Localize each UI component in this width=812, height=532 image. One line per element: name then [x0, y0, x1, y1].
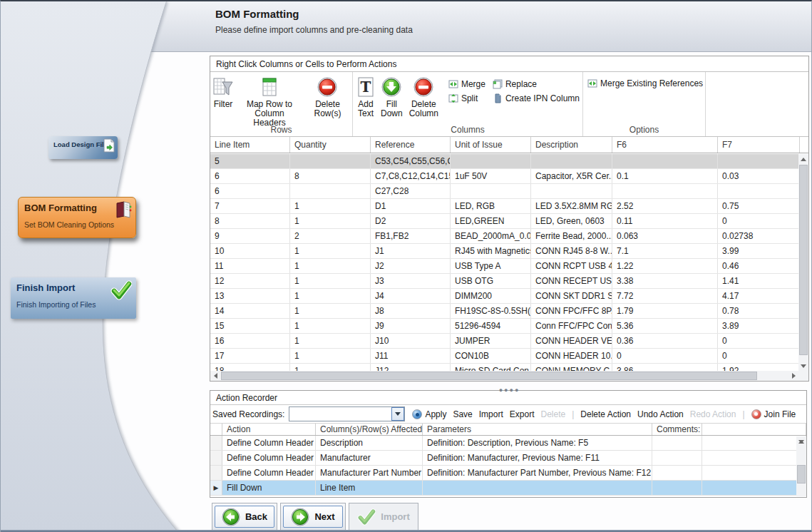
table-cell[interactable]: CONN RJ45 8-8 W... — [531, 244, 612, 258]
action-row[interactable]: Define Column HeaderManufacturerDefiniti… — [210, 451, 806, 466]
action-table-scrollbar[interactable] — [796, 436, 806, 496]
table-cell[interactable]: 0 — [718, 334, 798, 348]
table-cell[interactable]: LED, RGB — [451, 199, 531, 213]
merge-existing-references-button[interactable]: Merge Existing References — [587, 78, 703, 88]
row-selector[interactable] — [210, 466, 222, 480]
split-button[interactable]: Split — [448, 93, 485, 103]
table-cell[interactable]: 1 — [290, 349, 371, 363]
table-row[interactable]: 111J2USB Type ACONN RCPT USB 4...1.220.4… — [210, 259, 798, 274]
column-header-f7[interactable]: F7 — [718, 137, 800, 153]
table-cell[interactable]: D2 — [371, 214, 451, 228]
table-cell[interactable]: CON10B — [451, 349, 531, 363]
table-row[interactable]: 68C7,C8,C12,C14,C15,...1uF 50VCapacitor,… — [210, 169, 798, 184]
table-cell[interactable]: Capacitor, X5R Cer... — [531, 169, 612, 183]
table-cell[interactable] — [451, 184, 531, 198]
filter-button[interactable]: Filter — [210, 75, 236, 111]
scroll-right-arrow[interactable] — [788, 371, 798, 381]
table-cell[interactable]: 1 — [290, 334, 371, 348]
table-cell[interactable]: 3.99 — [718, 244, 798, 258]
table-cell[interactable]: LED 3.5X2.8MM RG... — [531, 199, 612, 213]
table-cell[interactable]: RJ45 with Magnetics — [451, 244, 531, 258]
table-cell[interactable]: 2.52 — [612, 199, 718, 213]
splitter-handle[interactable]: ●●●● — [210, 382, 809, 389]
table-cell[interactable]: 16 — [210, 334, 290, 348]
wizard-step-bom-formatting[interactable]: BOM Formatting Set BOM Cleaning Options — [18, 197, 136, 238]
action-cell[interactable]: Definition: Description, Previous Name: … — [423, 436, 652, 450]
table-cell[interactable]: 1.22 — [612, 259, 718, 273]
chevron-down-icon[interactable] — [391, 407, 404, 421]
table-cell[interactable]: 1 — [290, 199, 371, 213]
action-cell[interactable]: Line Item — [316, 481, 423, 495]
table-cell[interactable]: 5 — [210, 154, 290, 168]
delete-rows-button[interactable]: Delete Row(s) — [303, 75, 352, 120]
table-cell[interactable] — [290, 184, 371, 198]
table-cell[interactable]: 1 — [290, 259, 371, 273]
wizard-step-finish-import[interactable]: Finish Import Finish Importing of Files — [11, 277, 136, 319]
import-button[interactable]: Import — [349, 503, 418, 531]
table-row[interactable]: 81D2LED,GREENLED, Green, 06030.110 — [210, 214, 798, 229]
table-cell[interactable]: 8 — [210, 214, 290, 228]
action-cell[interactable]: Manufacturer — [316, 451, 423, 465]
save-link[interactable]: Save — [453, 409, 472, 419]
table-cell[interactable]: 1 — [290, 289, 371, 303]
table-cell[interactable] — [612, 154, 718, 168]
join-file-link[interactable]: Join File — [751, 409, 796, 419]
table-cell[interactable]: 0.063 — [612, 229, 718, 243]
table-cell[interactable] — [612, 184, 718, 198]
column-header-column-s-row-s-affected[interactable]: Column(s)/Row(s) Affected — [316, 424, 423, 435]
column-header-reference[interactable]: Reference — [371, 137, 451, 153]
table-cell[interactable]: 1 — [290, 319, 371, 333]
column-header-line-item[interactable]: Line Item — [210, 137, 290, 153]
table-cell[interactable]: CONN MEMORY C... — [531, 364, 612, 371]
table-cell[interactable]: C27,C28 — [371, 184, 451, 198]
table-cell[interactable]: LED, Green, 0603 — [531, 214, 612, 228]
table-cell[interactable]: 3.38 — [612, 274, 718, 288]
table-cell[interactable]: 0.75 — [718, 199, 798, 213]
apply-link[interactable]: Apply — [412, 409, 446, 419]
add-text-button[interactable]: T Add Text — [353, 75, 379, 120]
table-cell[interactable]: 1.41 — [718, 274, 798, 288]
action-cell[interactable] — [652, 481, 702, 495]
table-cell[interactable]: 0.02738 — [718, 229, 798, 243]
table-cell[interactable] — [531, 184, 612, 198]
table-cell[interactable]: 0.36 — [612, 334, 718, 348]
table-cell[interactable] — [531, 154, 612, 168]
table-cell[interactable]: 11 — [210, 259, 290, 273]
table-cell[interactable]: J1 — [371, 244, 451, 258]
delete-column-button[interactable]: Delete Column — [405, 75, 443, 120]
table-cell[interactable]: 1 — [290, 274, 371, 288]
bom-table-horizontal-scrollbar[interactable] — [210, 371, 798, 381]
table-row[interactable]: 151J951296-4594Conn FFC/FPC Con...5.363.… — [210, 319, 798, 334]
back-button[interactable]: Back — [212, 503, 277, 531]
table-row[interactable]: 131J4DIMM200CONN SKT DDR1 S...7.724.17 — [210, 289, 798, 304]
column-header-action[interactable]: Action — [222, 424, 316, 435]
action-cell[interactable]: Definition: Manufacturer Part Number, Pr… — [423, 466, 652, 480]
table-row[interactable]: 92FB1,FB2BEAD_2000mA_0.0...Ferrite Bead,… — [210, 229, 798, 244]
action-cell[interactable] — [423, 481, 652, 495]
table-cell[interactable]: 1 — [290, 304, 371, 318]
replace-button[interactable]: Replace — [493, 79, 580, 89]
table-cell[interactable]: C7,C8,C12,C14,C15,... — [371, 169, 451, 183]
table-cell[interactable]: 0.78 — [718, 304, 798, 318]
wizard-step-load-design-files[interactable]: Load Design Files — [48, 136, 118, 159]
column-header-parameters[interactable]: Parameters — [423, 424, 652, 435]
table-cell[interactable]: 0.03 — [718, 169, 798, 183]
table-cell[interactable]: CONN RECEPT USB... — [531, 274, 612, 288]
fill-down-button[interactable]: Fill Down — [379, 75, 405, 120]
table-cell[interactable]: LED,GREEN — [451, 214, 531, 228]
table-cell[interactable]: 2 — [290, 229, 371, 243]
table-cell[interactable]: USB Type A — [451, 259, 531, 273]
action-row[interactable]: Define Column HeaderManufacturer Part Nu… — [210, 466, 806, 481]
column-header-unit-of-issue[interactable]: Unit of Issue — [451, 137, 531, 153]
table-cell[interactable]: J8 — [371, 304, 451, 318]
table-cell[interactable]: Conn FFC/FPC Con... — [531, 319, 612, 333]
table-row[interactable]: 161J10JUMPERCONN HEADER VE...0.360 — [210, 334, 798, 349]
table-cell[interactable]: 0.11 — [612, 214, 718, 228]
delete-action-link[interactable]: Delete Action — [580, 409, 631, 419]
table-cell[interactable]: CONN FPC/FFC 8P... — [531, 304, 612, 318]
table-cell[interactable]: 0 — [612, 349, 718, 363]
table-cell[interactable] — [718, 154, 798, 168]
table-cell[interactable]: 4.17 — [718, 289, 798, 303]
table-cell[interactable]: 7.72 — [612, 289, 718, 303]
table-cell[interactable]: CONN RCPT USB 4... — [531, 259, 612, 273]
